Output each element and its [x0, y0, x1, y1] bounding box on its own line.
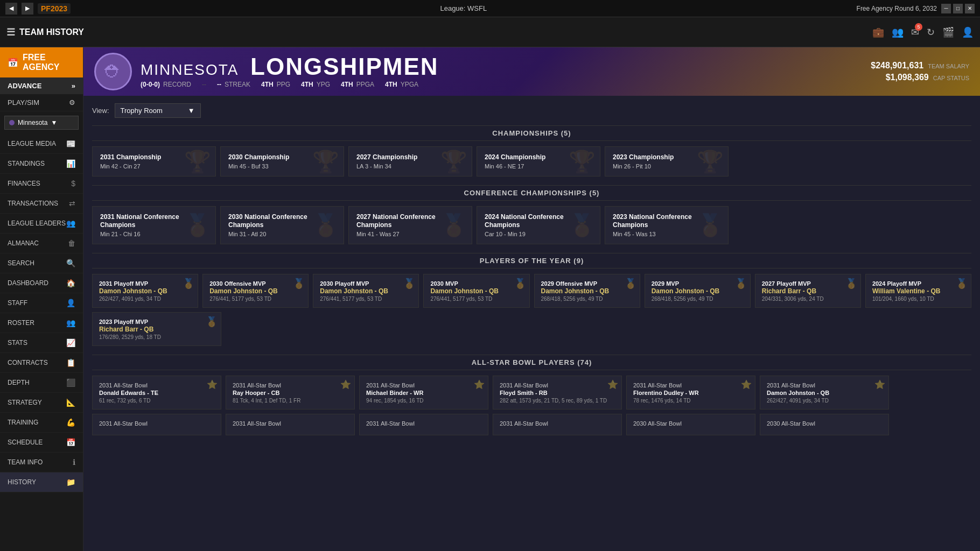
team-info-label: TEAM INFO: [8, 458, 43, 466]
allstar-card-partial-1[interactable]: 2031 All-Star Bowl: [226, 414, 355, 435]
sidebar-playsim[interactable]: PLAY/SIM ⚙: [0, 94, 83, 111]
player-card-0[interactable]: 🥇 2031 Playoff MVP Damon Johnston - QB 2…: [92, 274, 198, 308]
sidebar-item-staff[interactable]: STAFF 👤: [0, 293, 83, 313]
player-card-8[interactable]: 🥇 2023 Playoff MVP Richard Barr - QB 176…: [92, 312, 221, 346]
refresh-icon[interactable]: ↻: [927, 26, 935, 38]
sidebar-item-depth[interactable]: DEPTH ⬛: [0, 373, 83, 393]
finances-label: FINANCES: [8, 180, 40, 187]
sidebar-item-history[interactable]: HISTORY 📁: [0, 472, 83, 492]
player-stats: 176/280, 2529 yds, 18 TD: [99, 334, 214, 340]
allstar-card-4[interactable]: ⭐ 2031 All-Star Bowl Florentino Dudley -…: [626, 376, 755, 409]
user-icon[interactable]: 👤: [962, 26, 974, 38]
trophy-bg-icon: 🏆: [569, 149, 596, 174]
medal-icon: 🥇: [735, 278, 747, 289]
player-stats: 268/418, 5256 yds, 49 TD: [541, 296, 633, 302]
allstar-year-partial: 2030 All-Star Bowl: [767, 420, 882, 427]
sidebar-item-search[interactable]: SEARCH 🔍: [0, 253, 83, 273]
allstar-year-partial: 2031 All-Star Bowl: [99, 420, 214, 427]
staff-icon: 👤: [66, 299, 75, 307]
cap-status-label: CAP STATUS: [933, 75, 969, 81]
star-icon: ⭐: [340, 379, 351, 390]
contracts-label: CONTRACTS: [8, 359, 48, 366]
minimize-button[interactable]: ─: [941, 4, 951, 13]
top-bar-right: Free Agency Round 6, 2032 ─ □ ✕: [857, 4, 975, 13]
allstar-card-partial-2[interactable]: 2031 All-Star Bowl: [359, 414, 488, 435]
sidebar-item-roster[interactable]: ROSTER 👥: [0, 313, 83, 333]
team-streak-stat: -- STREAK: [217, 81, 250, 88]
trophy-card-2023-championship[interactable]: 🏆 2023 Championship Min 26 - Pit 10: [605, 146, 729, 176]
schedule-icon: 📅: [66, 438, 75, 447]
allstar-card-2[interactable]: ⭐ 2031 All-Star Bowl Michael Binder - WR…: [359, 376, 488, 409]
briefcase-icon[interactable]: 💼: [872, 26, 884, 38]
player-card-7[interactable]: 🥇 2024 Playoff MVP William Valentine - Q…: [865, 274, 971, 308]
finances-icon: $: [71, 179, 75, 188]
allstar-card-partial-3[interactable]: 2031 All-Star Bowl: [493, 414, 622, 435]
sidebar-item-transactions[interactable]: TRANSACTIONS ⇄: [0, 194, 83, 214]
conf-card-2030[interactable]: 🏅 2030 National Conference Champions Min…: [220, 206, 344, 244]
dashboard-icon: 🏠: [66, 279, 75, 287]
conf-card-2031[interactable]: 🏅 2031 National Conference Champions Min…: [92, 206, 216, 244]
sidebar-item-team-info[interactable]: TEAM INFO ℹ: [0, 453, 83, 472]
training-icon: 💪: [66, 418, 75, 427]
close-button[interactable]: ✕: [965, 4, 975, 13]
sidebar-item-schedule[interactable]: SCHEDULE 📅: [0, 433, 83, 453]
maximize-button[interactable]: □: [953, 4, 963, 13]
team-last-name: LONGSHIPMEN: [250, 53, 439, 80]
conf-card-2024[interactable]: 🏅 2024 National Conference Champions Car…: [477, 206, 600, 244]
team-record-stat: (0-0-0) RECORD: [141, 81, 191, 88]
trophy-card-2024-championship[interactable]: 🏆 2024 Championship Min 46 - NE 17: [477, 146, 600, 176]
allstar-card-0[interactable]: ⭐ 2031 All-Star Bowl Donald Edwards - TE…: [92, 376, 221, 409]
forward-button[interactable]: ▶: [22, 3, 33, 15]
sidebar-item-stats[interactable]: STATS 📈: [0, 333, 83, 353]
salary-block: $248,901,631 TEAM SALARY $1,098,369 CAP …: [871, 61, 969, 82]
top-bar-left: ◀ ▶ PF2023: [5, 3, 71, 15]
allstar-card-1[interactable]: ⭐ 2031 All-Star Bowl Ray Hooper - CB 81 …: [226, 376, 355, 409]
allstar-name: Damon Johnston - QB: [767, 390, 882, 396]
conf-card-2023[interactable]: 🏅 2023 National Conference Champions Min…: [605, 206, 729, 244]
people-icon[interactable]: 👥: [892, 26, 904, 38]
allstar-stats: 81 Tck, 4 Int, 1 Def TD, 1 FR: [233, 398, 348, 404]
trophy-card-2031-championship[interactable]: 🏆 2031 Championship Min 42 - Cin 27: [92, 146, 216, 176]
allstar-card-partial-5[interactable]: 2030 All-Star Bowl: [760, 414, 889, 435]
history-label: HISTORY: [8, 478, 36, 486]
allstar-card-3[interactable]: ⭐ 2031 All-Star Bowl Floyd Smith - RB 28…: [493, 376, 622, 409]
allstar-year-partial: 2031 All-Star Bowl: [233, 420, 348, 427]
allstar-card-partial-4[interactable]: 2030 All-Star Bowl: [626, 414, 755, 435]
sidebar-item-strategy[interactable]: STRATEGY 📐: [0, 393, 83, 413]
allstar-name: Michael Binder - WR: [366, 390, 481, 396]
mail-icon[interactable]: ✉ 5: [911, 26, 919, 38]
player-card-6[interactable]: 🥇 2027 Playoff MVP Richard Barr - QB 204…: [755, 274, 861, 308]
player-card-5[interactable]: 🥇 2029 MVP Damon Johnston - QB 268/418, …: [645, 274, 751, 308]
advance-label: ADVANCE: [8, 82, 41, 90]
video-icon[interactable]: 🎬: [942, 26, 954, 38]
trophy-bg-icon: 🏆: [440, 149, 467, 174]
sidebar-item-league-media[interactable]: LEAGUE MEDIA 📰: [0, 134, 83, 154]
sidebar-advance[interactable]: ADVANCE »: [0, 77, 83, 94]
back-button[interactable]: ◀: [5, 3, 17, 15]
league-label: League: WSFL: [440, 4, 487, 12]
player-card-1[interactable]: 🥇 2030 Offensive MVP Damon Johnston - QB…: [202, 274, 309, 308]
trophy-card-2027-championship[interactable]: 🏆 2027 Championship LA 3 - Min 34: [348, 146, 472, 176]
search-icon: 🔍: [66, 259, 75, 267]
view-select[interactable]: Trophy Room ▼: [115, 103, 201, 118]
medal-icon: 🥇: [514, 278, 526, 289]
player-card-2[interactable]: 🥇 2030 Playoff MVP Damon Johnston - QB 2…: [313, 274, 419, 308]
award-title: 2031 Playoff MVP: [99, 280, 191, 287]
sidebar-item-contracts[interactable]: CONTRACTS 📋: [0, 353, 83, 373]
allstar-card-partial-0[interactable]: 2031 All-Star Bowl: [92, 414, 221, 435]
trophy-card-2030-championship[interactable]: 🏆 2030 Championship Min 45 - Buf 33: [220, 146, 344, 176]
sidebar-item-almanac[interactable]: ALMANAC 🗑: [0, 234, 83, 253]
sidebar-item-training[interactable]: TRAINING 💪: [0, 413, 83, 433]
sidebar-item-dashboard[interactable]: DASHBOARD 🏠: [0, 273, 83, 293]
sidebar-item-standings[interactable]: STANDINGS 📊: [0, 154, 83, 174]
conf-card-2027[interactable]: 🏅 2027 National Conference Champions Min…: [348, 206, 472, 244]
sidebar-item-league-leaders[interactable]: LEAGUE LEADERS 👥: [0, 214, 83, 234]
player-card-3[interactable]: 🥇 2030 MVP Damon Johnston - QB 276/441, …: [423, 274, 529, 308]
allstar-card-5[interactable]: ⭐ 2031 All-Star Bowl Damon Johnston - QB…: [760, 376, 889, 409]
player-card-4[interactable]: 🥇 2029 Offensive MVP Damon Johnston - QB…: [534, 274, 640, 308]
sidebar-free-agency[interactable]: 📅 FREE AGENCY: [0, 47, 83, 77]
team-selector[interactable]: Minnesota ▼: [4, 116, 79, 130]
depth-icon: ⬛: [66, 378, 75, 387]
sidebar-item-finances[interactable]: FINANCES $: [0, 174, 83, 194]
team-salary-label: TEAM SALARY: [928, 63, 969, 69]
